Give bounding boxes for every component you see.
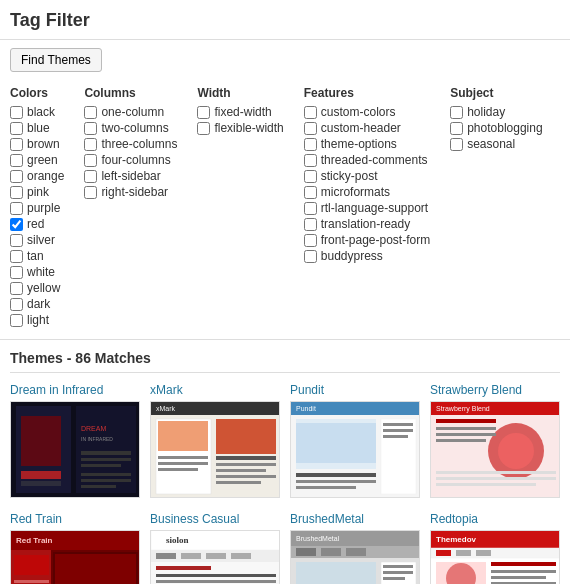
theme-xmark[interactable]: xMark xMark — [150, 383, 280, 498]
filter-yellow[interactable]: yellow — [10, 281, 64, 295]
theme-dream-in-infrared[interactable]: Dream in Infrared DREAM IN INFRARED — [10, 383, 140, 498]
filter-custom-header[interactable]: custom-header — [304, 121, 430, 135]
filter-purple[interactable]: purple — [10, 201, 64, 215]
svg-rect-52 — [436, 483, 536, 486]
checkbox-theme-options[interactable] — [304, 138, 317, 151]
filter-front-page-post-form[interactable]: front-page-post-form — [304, 233, 430, 247]
checkbox-microformats[interactable] — [304, 186, 317, 199]
checkbox-flexible-width[interactable] — [197, 122, 210, 135]
filter-green[interactable]: green — [10, 153, 64, 167]
theme-xmark-link[interactable]: xMark — [150, 383, 280, 397]
svg-rect-89 — [296, 548, 316, 556]
theme-pundit[interactable]: Pundit Pundit — [290, 383, 420, 498]
filter-theme-options[interactable]: theme-options — [304, 137, 430, 151]
filter-three-columns[interactable]: three-columns — [84, 137, 177, 151]
filter-left-sidebar[interactable]: left-sidebar — [84, 169, 177, 183]
checkbox-dark[interactable] — [10, 298, 23, 311]
filter-blue[interactable]: blue — [10, 121, 64, 135]
theme-brushedmetal-link[interactable]: BrushedMetal — [290, 512, 420, 526]
checkbox-photoblogging[interactable] — [450, 122, 463, 135]
columns-label: Columns — [84, 86, 177, 100]
filter-translation-ready[interactable]: translation-ready — [304, 217, 430, 231]
svg-rect-49 — [436, 439, 486, 442]
theme-dream-in-infrared-link[interactable]: Dream in Infrared — [10, 383, 140, 397]
filter-buddypress[interactable]: buddypress — [304, 249, 430, 263]
checkbox-seasonal[interactable] — [450, 138, 463, 151]
checkbox-silver[interactable] — [10, 234, 23, 247]
checkbox-orange[interactable] — [10, 170, 23, 183]
svg-rect-37 — [383, 423, 413, 426]
filter-flexible-width[interactable]: flexible-width — [197, 121, 283, 135]
filter-two-columns[interactable]: two-columns — [84, 121, 177, 135]
filter-sticky-post[interactable]: sticky-post — [304, 169, 430, 183]
svg-rect-48 — [436, 433, 496, 436]
checkbox-light[interactable] — [10, 314, 23, 327]
filter-white[interactable]: white — [10, 265, 64, 279]
filter-photoblogging[interactable]: photoblogging — [450, 121, 542, 135]
checkbox-right-sidebar[interactable] — [84, 186, 97, 199]
checkbox-yellow[interactable] — [10, 282, 23, 295]
theme-pundit-link[interactable]: Pundit — [290, 383, 420, 397]
svg-rect-92 — [296, 562, 376, 584]
filter-brown[interactable]: brown — [10, 137, 64, 151]
checkbox-two-columns[interactable] — [84, 122, 97, 135]
filter-red[interactable]: red — [10, 217, 64, 231]
filter-rtl-language-support[interactable]: rtl-language-support — [304, 201, 430, 215]
filter-right-sidebar[interactable]: right-sidebar — [84, 185, 177, 199]
checkbox-green[interactable] — [10, 154, 23, 167]
colors-label: Colors — [10, 86, 64, 100]
theme-brushedmetal[interactable]: BrushedMetal BrushedMetal — [290, 512, 420, 584]
theme-red-train[interactable]: Red Train Red Train — [10, 512, 140, 584]
checkbox-left-sidebar[interactable] — [84, 170, 97, 183]
filter-custom-colors[interactable]: custom-colors — [304, 105, 430, 119]
filter-fixed-width[interactable]: fixed-width — [197, 105, 283, 119]
checkbox-tan[interactable] — [10, 250, 23, 263]
checkbox-black[interactable] — [10, 106, 23, 119]
checkbox-one-column[interactable] — [84, 106, 97, 119]
svg-rect-75 — [231, 553, 251, 559]
filter-light[interactable]: light — [10, 313, 64, 327]
checkbox-pink[interactable] — [10, 186, 23, 199]
filter-four-columns[interactable]: four-columns — [84, 153, 177, 167]
filter-orange[interactable]: orange — [10, 169, 64, 183]
filter-one-column[interactable]: one-column — [84, 105, 177, 119]
filter-silver[interactable]: silver — [10, 233, 64, 247]
checkbox-purple[interactable] — [10, 202, 23, 215]
theme-xmark-thumb: xMark — [150, 401, 280, 498]
filter-black[interactable]: black — [10, 105, 64, 119]
filter-tan[interactable]: tan — [10, 249, 64, 263]
svg-rect-5 — [21, 481, 61, 486]
checkbox-white[interactable] — [10, 266, 23, 279]
filter-microformats[interactable]: microformats — [304, 185, 430, 199]
find-themes-button[interactable]: Find Themes — [10, 48, 102, 72]
checkbox-custom-colors[interactable] — [304, 106, 317, 119]
checkbox-four-columns[interactable] — [84, 154, 97, 167]
theme-business-casual-link[interactable]: Business Casual — [150, 512, 280, 526]
checkbox-fixed-width[interactable] — [197, 106, 210, 119]
checkbox-custom-header[interactable] — [304, 122, 317, 135]
filter-pink[interactable]: pink — [10, 185, 64, 199]
checkbox-three-columns[interactable] — [84, 138, 97, 151]
svg-text:siolon: siolon — [166, 535, 189, 545]
checkbox-threaded-comments[interactable] — [304, 154, 317, 167]
theme-redtopia[interactable]: Redtopia Themedov — [430, 512, 560, 584]
checkbox-red[interactable] — [10, 218, 23, 231]
filter-dark[interactable]: dark — [10, 297, 64, 311]
checkbox-brown[interactable] — [10, 138, 23, 151]
checkbox-sticky-post[interactable] — [304, 170, 317, 183]
theme-red-train-link[interactable]: Red Train — [10, 512, 140, 526]
theme-strawberry-blend-thumb: Strawberry Blend — [430, 401, 560, 498]
checkbox-holiday[interactable] — [450, 106, 463, 119]
checkbox-rtl-language-support[interactable] — [304, 202, 317, 215]
filter-seasonal[interactable]: seasonal — [450, 137, 542, 151]
filter-holiday[interactable]: holiday — [450, 105, 542, 119]
checkbox-blue[interactable] — [10, 122, 23, 135]
checkbox-front-page-post-form[interactable] — [304, 234, 317, 247]
theme-business-casual[interactable]: Business Casual siolon — [150, 512, 280, 584]
theme-redtopia-link[interactable]: Redtopia — [430, 512, 560, 526]
filter-threaded-comments[interactable]: threaded-comments — [304, 153, 430, 167]
checkbox-translation-ready[interactable] — [304, 218, 317, 231]
theme-strawberry-blend-link[interactable]: Strawberry Blend — [430, 383, 560, 397]
checkbox-buddypress[interactable] — [304, 250, 317, 263]
theme-strawberry-blend[interactable]: Strawberry Blend Strawberry Blend — [430, 383, 560, 498]
